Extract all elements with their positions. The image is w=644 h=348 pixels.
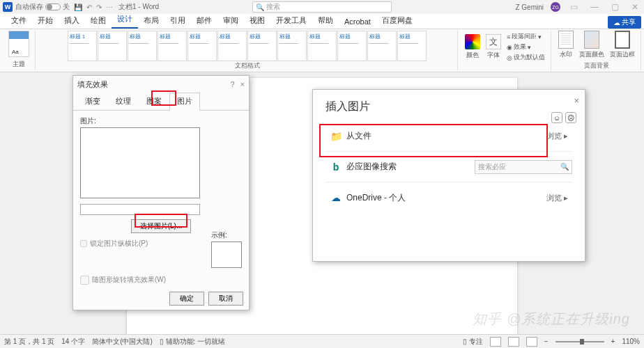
tab-developer[interactable]: 开发工具 bbox=[270, 13, 312, 29]
watermark-icon bbox=[558, 31, 574, 49]
style-item[interactable]: 标题―――― bbox=[158, 31, 187, 61]
web-layout-icon[interactable] bbox=[526, 337, 537, 347]
undo-icon[interactable]: ↶ bbox=[86, 3, 92, 11]
page-info[interactable]: 第 1 页，共 1 页 bbox=[4, 337, 54, 347]
word-app-icon: W bbox=[3, 2, 13, 12]
zoom-level[interactable]: 110% bbox=[622, 338, 640, 345]
share-button[interactable]: ☁ 共享 bbox=[608, 16, 641, 29]
tab-home[interactable]: 开始 bbox=[32, 13, 59, 29]
user-avatar[interactable]: ZG bbox=[551, 2, 560, 12]
close-window-icon[interactable]: ✕ bbox=[629, 2, 641, 12]
tab-mailings[interactable]: 邮件 bbox=[191, 13, 217, 29]
tab-help[interactable]: 帮助 bbox=[312, 13, 339, 29]
style-item[interactable]: 标题―――― bbox=[247, 31, 277, 61]
picture-label: 图片: bbox=[80, 116, 242, 126]
tab-acrobat[interactable]: Acrobat bbox=[339, 15, 376, 29]
ribbon-body: 主题 标题 1―――― 标题―――― 标题―――― 标题―――― 标题―――― … bbox=[0, 29, 644, 72]
cancel-button[interactable]: 取消 bbox=[208, 292, 243, 306]
zoom-in-button[interactable]: + bbox=[611, 338, 615, 345]
style-item[interactable]: 标题―――― bbox=[307, 31, 337, 61]
document-title: 文档1 - Word bbox=[118, 2, 159, 12]
ribbon-display-icon[interactable]: ▭ bbox=[567, 2, 581, 12]
zoom-slider[interactable] bbox=[555, 341, 604, 342]
select-picture-button[interactable]: 选择图片(L)... bbox=[131, 219, 192, 233]
style-item[interactable]: 标题―――― bbox=[277, 31, 307, 61]
bing-search-input[interactable]: 搜索必应 🔍 bbox=[475, 160, 572, 174]
picture-name-field bbox=[80, 204, 200, 215]
insert-picture-dialog: × 插入图片 ☺ ☹ 📁 从文件 浏览 ▸ b 必应图像搜索 搜索必应 🔍 ☁ … bbox=[312, 89, 585, 262]
paragraph-spacing-button[interactable]: ≡ 段落间距 ▾ bbox=[507, 32, 545, 41]
browse-onedrive-link[interactable]: 浏览 ▸ bbox=[546, 193, 572, 203]
ok-button[interactable]: 确定 bbox=[169, 292, 204, 306]
bing-search-row[interactable]: b 必应图像搜索 搜索必应 🔍 bbox=[325, 152, 572, 182]
style-item[interactable]: 标题―――― bbox=[217, 31, 247, 61]
redo-icon[interactable]: ↷ bbox=[96, 3, 102, 11]
style-item[interactable]: 标题―――― bbox=[128, 31, 157, 61]
tab-texture[interactable]: 纹理 bbox=[108, 93, 139, 110]
read-mode-icon[interactable] bbox=[490, 337, 501, 347]
search-input[interactable]: 🔍 搜索 bbox=[252, 1, 392, 13]
feedback-happy-icon[interactable]: ☺ bbox=[551, 112, 562, 123]
save-icon[interactable]: 💾 bbox=[74, 3, 82, 11]
set-default-button[interactable]: ◎ 设为默认值 bbox=[507, 53, 545, 62]
focus-mode[interactable]: ▯ 专注 bbox=[463, 337, 483, 347]
user-name-label[interactable]: Z Gemini bbox=[515, 3, 544, 11]
autosave-switch-icon[interactable] bbox=[45, 3, 61, 10]
tab-file[interactable]: 文件 bbox=[6, 13, 32, 29]
watermark-button[interactable]: 水印 bbox=[555, 31, 576, 59]
colors-button[interactable]: 颜色 bbox=[462, 31, 483, 63]
style-item[interactable]: 标题 1―――― bbox=[68, 31, 97, 61]
tab-draw[interactable]: 绘图 bbox=[85, 13, 112, 29]
tab-references[interactable]: 引用 bbox=[164, 13, 191, 29]
from-file-icon: 📁 bbox=[325, 131, 346, 142]
zoom-out-button[interactable]: − bbox=[544, 338, 549, 345]
print-layout-icon[interactable] bbox=[508, 337, 519, 347]
page-color-button[interactable]: 页面颜色 bbox=[576, 31, 607, 59]
tab-picture[interactable]: 图片 bbox=[169, 93, 200, 111]
feedback-sad-icon[interactable]: ☹ bbox=[565, 112, 576, 123]
language[interactable]: 简体中文(中国大陆) bbox=[92, 337, 153, 347]
page-border-icon bbox=[615, 31, 630, 49]
tab-view[interactable]: 视图 bbox=[244, 13, 270, 29]
example-section: 示例: bbox=[211, 229, 242, 268]
style-gallery[interactable]: 标题 1―――― 标题―――― 标题―――― 标题―――― 标题―――― 标题―… bbox=[68, 31, 427, 61]
autosave-toggle[interactable]: 自动保存 关 bbox=[15, 2, 70, 12]
effects-button[interactable]: ◉ 效果 ▾ bbox=[507, 42, 545, 52]
style-item[interactable]: 标题―――― bbox=[187, 31, 217, 61]
tab-gradient[interactable]: 渐变 bbox=[77, 93, 108, 110]
onedrive-row[interactable]: ☁ OneDrive - 个人 浏览 ▸ bbox=[325, 182, 572, 213]
page-border-button[interactable]: 页面边框 bbox=[607, 31, 638, 59]
tab-design[interactable]: 设计 bbox=[112, 11, 138, 29]
fill-effects-dialog: 填充效果 ? × 渐变 纹理 图案 图片 图片: 选择图片(L)... 锁定图片… bbox=[72, 75, 250, 310]
qat-more-icon[interactable]: ⋯ bbox=[106, 3, 113, 11]
dialog-help-icon[interactable]: ? bbox=[230, 80, 234, 88]
tab-baidu[interactable]: 百度网盘 bbox=[376, 13, 418, 29]
rotate-fill-checkbox[interactable]: 随图形旋转填充效果(W) bbox=[80, 275, 166, 285]
tab-review[interactable]: 审阅 bbox=[217, 13, 244, 29]
fonts-button[interactable]: 文字体 bbox=[483, 31, 504, 63]
style-item[interactable]: 标题―――― bbox=[98, 31, 127, 61]
picture-preview bbox=[80, 127, 200, 198]
browse-file-link[interactable]: 浏览 ▸ bbox=[546, 131, 572, 141]
bing-icon: b bbox=[325, 161, 346, 173]
style-item[interactable]: 标题―――― bbox=[367, 31, 397, 61]
theme-icon bbox=[8, 31, 29, 57]
themes-button[interactable]: 主题 bbox=[6, 31, 32, 69]
minimize-icon[interactable]: — bbox=[588, 2, 601, 12]
dialog-title: 填充效果 bbox=[77, 79, 108, 90]
tab-insert[interactable]: 插入 bbox=[59, 13, 85, 29]
word-count[interactable]: 14 个字 bbox=[61, 337, 85, 347]
tab-layout[interactable]: 布局 bbox=[138, 13, 164, 29]
insert-dialog-close-icon[interactable]: × bbox=[574, 95, 579, 106]
style-item[interactable]: 标题―――― bbox=[337, 31, 367, 61]
accessibility-status[interactable]: ▯ 辅助功能: 一切就绪 bbox=[160, 337, 225, 347]
quick-access-toolbar: 💾 ↶ ↷ ⋯ bbox=[74, 3, 113, 11]
bing-search-icon[interactable]: 🔍 bbox=[560, 163, 569, 171]
maximize-icon[interactable]: ▢ bbox=[608, 2, 622, 12]
fonts-icon: 文 bbox=[486, 34, 501, 49]
tab-pattern[interactable]: 图案 bbox=[139, 93, 169, 110]
style-item[interactable]: 标题―――― bbox=[397, 31, 427, 61]
dialog-close-icon[interactable]: × bbox=[240, 80, 245, 88]
ribbon-tabs: 文件 开始 插入 绘图 设计 布局 引用 邮件 审阅 视图 开发工具 帮助 Ac… bbox=[0, 14, 644, 29]
from-file-row[interactable]: 📁 从文件 浏览 ▸ bbox=[325, 121, 572, 152]
